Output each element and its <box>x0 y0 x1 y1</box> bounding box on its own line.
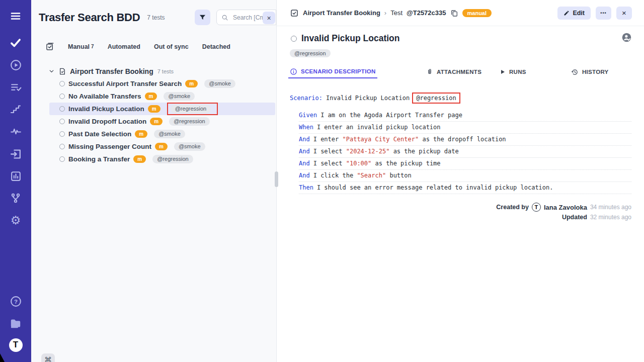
tag-annotation-wrap: @smoke <box>164 92 195 101</box>
test-status-icon <box>59 81 65 86</box>
author-avatar[interactable]: T <box>532 203 541 212</box>
updated-label: Updated <box>562 214 587 221</box>
suite-file-icon <box>58 67 66 75</box>
history-icon <box>571 68 579 76</box>
test-tree-item[interactable]: Past Date Selection m @smoke <box>49 128 275 140</box>
scenario-header-line: Scenario:Invalid Pickup Location@regress… <box>290 93 631 104</box>
branch-icon[interactable] <box>9 191 23 205</box>
detail-tabs: SCENARIO DESCRIPTION ATTACHMENTS RUNS HI… <box>277 65 644 79</box>
manual-badge: m <box>135 130 147 138</box>
detail-topbar: Airport Transfer Booking › Test @T2572c3… <box>277 0 644 26</box>
test-status-icon <box>59 94 65 99</box>
activity-icon[interactable] <box>9 124 23 138</box>
gherkin-step: AndI enter "Pattaya City Center" as the … <box>299 134 631 146</box>
test-tree-item[interactable]: Booking a Transfer m @regression <box>49 153 275 165</box>
test-detail-panel: Airport Transfer Booking › Test @T2572c3… <box>276 0 644 362</box>
test-name: No Available Transfers <box>68 93 141 100</box>
bar-chart-icon[interactable] <box>9 169 23 183</box>
scenario-description: Scenario:Invalid Pickup Location@regress… <box>290 93 631 194</box>
menu-icon[interactable] <box>9 9 23 23</box>
scrollbar-thumb[interactable] <box>275 171 278 187</box>
tab-out-of-sync[interactable]: Out of sync <box>154 43 189 50</box>
detail-actions: Edit ••• × <box>557 7 632 20</box>
step-text: as the pickup time <box>371 160 440 167</box>
step-segments: I enter "Pattaya City Center" as the dro… <box>313 136 506 143</box>
step-segments: I select "2024-12-25" as the pickup date <box>313 148 459 155</box>
tab-scenario-description[interactable]: SCENARIO DESCRIPTION <box>288 65 377 78</box>
suite-row[interactable]: Airport Transfer Booking 7 tests <box>31 65 276 77</box>
gherkin-step: AndI select "10:00" as the pickup time <box>299 158 631 170</box>
test-tree-list: Successful Airport Transfer Search m @sm… <box>31 77 276 165</box>
test-tag: @regression <box>169 117 210 126</box>
tab-automated[interactable]: Automated <box>108 43 140 50</box>
tab-detached[interactable]: Detached <box>202 43 230 50</box>
breadcrumb-suite[interactable]: Airport Transfer Booking <box>303 9 380 17</box>
steps-icon[interactable] <box>9 102 23 116</box>
project-tests-count: 7 tests <box>147 14 165 21</box>
search-clear-button[interactable]: × <box>263 12 275 24</box>
manual-badge: m <box>145 93 157 100</box>
gear-icon[interactable]: ⚙ <box>9 213 23 227</box>
test-list-panel: Trasfer Search BDD 7 tests × Manual7 Aut… <box>31 0 276 362</box>
updated-row: Updated 32 minutes ago <box>562 214 631 221</box>
logo[interactable]: T <box>9 338 23 352</box>
assignee-avatar-icon[interactable] <box>621 32 632 45</box>
select-tests-icon[interactable] <box>45 42 54 51</box>
test-tree-item[interactable]: Invalid Dropoff Location m @regression <box>49 115 275 128</box>
test-tree-item[interactable]: No Available Transfers m @smoke <box>49 90 275 103</box>
edit-button[interactable]: Edit <box>557 7 591 20</box>
step-keyword: And <box>299 148 310 155</box>
help-icon[interactable]: ? <box>9 294 23 308</box>
test-tag: @smoke <box>154 130 185 138</box>
step-string-param: "2024-12-25" <box>346 148 390 155</box>
test-meta: Created by T Iana Zavoloka 34 minutes ag… <box>496 203 631 221</box>
test-tree-item[interactable]: Invalid Pickup Location m @regression <box>49 103 275 115</box>
search-box: × <box>216 10 276 25</box>
step-text: I enter an invalid pickup location <box>317 124 441 131</box>
tab-attachments[interactable]: ATTACHMENTS <box>425 65 483 78</box>
filter-button[interactable] <box>195 10 210 25</box>
step-text: I select <box>313 160 346 167</box>
scenario-name: Invalid Pickup Location <box>326 95 410 102</box>
mouse-cursor <box>0 353 7 362</box>
test-tag: @smoke <box>164 92 195 101</box>
sign-in-icon[interactable] <box>9 147 23 161</box>
manual-badge: m <box>185 80 198 87</box>
play-circle-icon[interactable] <box>9 58 23 72</box>
step-text: I select <box>313 148 346 155</box>
funnel-icon <box>199 14 206 21</box>
test-title-row: Invalid Pickup Location <box>291 32 632 45</box>
step-string-param: "Search" <box>357 172 386 179</box>
test-tree-item[interactable]: Missing Passenger Count m @smoke <box>49 140 275 153</box>
step-keyword: Given <box>299 112 317 119</box>
gherkin-step: ThenI should see an error message relate… <box>299 182 631 194</box>
tab-runs[interactable]: RUNS <box>498 65 528 78</box>
command-shortcut-button[interactable]: ⌘ <box>41 353 55 362</box>
tests-check-icon[interactable] <box>9 36 23 50</box>
created-row: Created by T Iana Zavoloka 34 minutes ag… <box>496 203 631 212</box>
chevron-down-icon[interactable] <box>48 68 55 74</box>
test-name: Successful Airport Transfer Search <box>68 80 182 87</box>
copy-id-button[interactable] <box>450 9 458 17</box>
pencil-icon <box>564 10 570 16</box>
test-status-icon <box>59 119 65 124</box>
suite-tests-count: 7 tests <box>157 68 174 74</box>
test-status-icon <box>291 36 297 42</box>
test-tree-item[interactable]: Successful Airport Transfer Search m @sm… <box>49 77 275 90</box>
tag-annotation-wrap: @smoke <box>154 130 185 138</box>
tab-manual[interactable]: Manual7 <box>68 43 94 50</box>
tag-annotation-wrap: @regression <box>167 103 218 115</box>
scenario-keyword: Scenario: <box>290 95 323 102</box>
more-actions-button[interactable]: ••• <box>596 7 611 20</box>
manual-status-badge: manual <box>462 9 492 17</box>
close-button[interactable]: × <box>616 7 632 20</box>
gherkin-step: AndI click the "Search" button <box>299 170 631 182</box>
svg-text:?: ? <box>14 298 18 304</box>
left-panel-header: Trasfer Search BDD 7 tests × <box>39 9 276 26</box>
folder-icon[interactable] <box>9 316 23 330</box>
manual-badge: m <box>148 105 160 113</box>
author-name: Iana Zavoloka <box>544 204 587 211</box>
gherkin-step: AndI select "2024-12-25" as the pickup d… <box>299 146 631 158</box>
list-check-icon[interactable] <box>9 80 23 94</box>
tab-history[interactable]: HISTORY <box>570 65 610 78</box>
